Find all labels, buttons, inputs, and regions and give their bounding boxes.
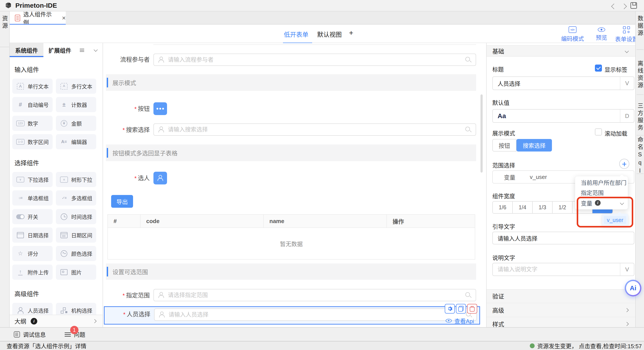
palette-item-color-picker[interactable]: 颜色选择 <box>56 246 96 261</box>
person-select-input[interactable] <box>154 308 477 321</box>
participant-input[interactable] <box>154 54 476 66</box>
document-tab[interactable]: 选人组件示例 <box>10 12 66 25</box>
specified-range-input[interactable] <box>154 289 476 301</box>
code-mode-button[interactable]: 编码模式 <box>556 26 589 42</box>
note-text-field[interactable] <box>493 263 620 276</box>
display-mode-search-option[interactable]: 搜索选择 <box>516 139 552 151</box>
section-advanced[interactable]: 高级 <box>486 303 636 317</box>
palette-item-number[interactable]: 123 数字 <box>12 116 52 131</box>
palette-item-currency[interactable]: ¥ 金额 <box>56 116 96 131</box>
ai-assistant-button[interactable]: Ai <box>625 280 641 296</box>
person-icon <box>158 126 164 133</box>
width-option-1-2[interactable]: 1/2 <box>552 202 572 213</box>
outline-row[interactable]: 大纲 <box>10 315 103 327</box>
popup-option-current-department[interactable]: 当前用户所在部门 <box>575 177 628 187</box>
guide-text-field[interactable] <box>493 232 634 244</box>
palette-item-tree-dropdown[interactable]: ≡ 树形下拉 <box>56 172 96 187</box>
view-api-link[interactable]: 查看Api <box>446 317 474 325</box>
prop-label-display-mode: 展示模式 <box>492 129 515 137</box>
nav-forward-icon[interactable] <box>621 4 627 9</box>
default-dynamic-button[interactable]: D <box>620 110 634 122</box>
status-bar: 查看资源「选人组件示例」详情 资源发生变更， 点击查看,检查时间:15:57 <box>0 341 644 350</box>
primeton-ide-window: Primeton-IDE 资源 选人组件示例 低开表单 默认视图 + 编码模式 … <box>0 0 644 350</box>
bottom-toolbar: 调试信息 问题 <box>0 327 644 341</box>
export-button[interactable]: 导出 <box>111 195 133 208</box>
required-asterisk: * <box>123 311 126 318</box>
guide-text-input[interactable] <box>492 232 634 244</box>
palette-menu-icon[interactable] <box>80 49 84 52</box>
palette-item-person-select[interactable]: 人员选择 <box>12 303 52 315</box>
popup-option-specified-range[interactable]: 指定范围 <box>575 187 628 197</box>
variable-option-v-user[interactable]: v_user <box>604 216 626 224</box>
palette-item-date-picker[interactable]: 日期选择 <box>12 228 52 243</box>
palette-item-editor[interactable]: A≡ 编辑器 <box>56 134 96 149</box>
selected-field-person-select[interactable]: *人员选择 查看Api <box>104 306 480 324</box>
palette-item-time-picker[interactable]: 时间选择 <box>56 209 96 224</box>
width-option-1-4[interactable]: 1/4 <box>513 202 533 213</box>
tab-system-components[interactable]: 系统组件 <box>10 43 44 57</box>
palette-item-radio-group[interactable]: ○≡ 单选框组 <box>12 190 52 206</box>
palette-item-rating[interactable]: ☆ 评分 <box>12 246 52 261</box>
search-select-input-field[interactable] <box>168 124 462 135</box>
status-left-text[interactable]: 查看资源「选人组件示例」详情 <box>6 342 86 350</box>
debug-info-button[interactable]: 调试信息 <box>14 330 46 338</box>
rail-item-named-sql[interactable]: 命名Sql <box>636 133 644 176</box>
rail-item-third-party-services[interactable]: 三方服务 <box>636 99 644 132</box>
scroll-load-checkbox[interactable] <box>595 128 602 135</box>
section-basic[interactable]: 基础 <box>486 45 636 57</box>
palette-item-dropdown-select[interactable]: ∨ 下拉选择 <box>12 172 52 187</box>
palette-item-single-line-text[interactable]: A 单行文本 <box>12 79 52 94</box>
close-icon[interactable] <box>62 15 66 21</box>
add-view-tab-button[interactable]: + <box>349 29 353 37</box>
width-option-1-6[interactable]: 1/6 <box>493 202 513 213</box>
palette-item-multi-line-text[interactable]: A 多行文本 <box>56 79 96 94</box>
person-select-input-field[interactable] <box>168 309 462 320</box>
rail-item-offline-resources[interactable]: 离线资源 <box>636 56 644 89</box>
palette-item-org-select[interactable]: 机构选择 <box>56 303 96 315</box>
field-settings-button[interactable] <box>445 304 455 313</box>
title-value-input[interactable]: V <box>492 76 634 90</box>
search-select-input[interactable] <box>154 123 476 136</box>
nav-back-icon[interactable] <box>611 4 616 9</box>
app-title: Primeton-IDE <box>15 2 57 9</box>
title-variable-button[interactable]: V <box>620 77 634 90</box>
rail-item-datasource[interactable]: 数据源 <box>636 12 644 37</box>
title-value-field[interactable] <box>493 77 620 90</box>
display-mode-button-option[interactable]: 按钮 <box>492 139 516 151</box>
picker-ellipsis-button[interactable] <box>154 102 167 115</box>
specified-range-input-field[interactable] <box>168 289 462 301</box>
canvas-scrollbar[interactable] <box>480 94 483 172</box>
preview-button[interactable]: 预览 <box>590 26 613 41</box>
palette-item-auto-number[interactable]: # 自动编号 <box>12 97 52 112</box>
default-value-input[interactable]: D <box>492 109 634 123</box>
save-icon[interactable] <box>630 2 637 9</box>
section-validation[interactable]: 验证 <box>486 289 636 303</box>
palette-item-date-range[interactable]: 日期区间 <box>56 228 96 243</box>
field-delete-button[interactable] <box>467 304 477 313</box>
note-variable-button[interactable]: V <box>620 263 634 276</box>
person-icon <box>158 57 164 63</box>
palette-item-number-range[interactable]: 1~3 数字区间 <box>12 134 52 149</box>
palette-collapse-icon[interactable] <box>94 48 98 52</box>
default-value-field[interactable] <box>493 110 620 122</box>
date-picker-icon <box>17 232 24 238</box>
popup-option-variable[interactable]: 变量 <box>575 198 628 208</box>
rail-item-resources[interactable]: 资源 <box>0 12 9 47</box>
palette-item-checkbox-group[interactable]: ✓≡ 多选框组 <box>56 190 96 206</box>
view-tab-form[interactable]: 低开表单 <box>284 30 308 39</box>
field-copy-button[interactable] <box>456 304 466 313</box>
show-label-checkbox[interactable] <box>595 65 602 72</box>
status-right[interactable]: 资源发生变更， 点击查看,检查时间:15:57 <box>530 342 642 350</box>
add-range-icon[interactable] <box>619 159 629 169</box>
participant-input-field[interactable] <box>168 54 462 65</box>
palette-item-upload[interactable]: ↑ 附件上传 <box>12 265 52 280</box>
palette-item-image[interactable]: 图片 <box>56 265 96 280</box>
person-picker-button[interactable] <box>154 172 167 185</box>
tab-extension-components[interactable]: 扩展组件 <box>44 43 76 57</box>
palette-item-counter[interactable]: ± 计数器 <box>56 97 96 112</box>
view-tab-default[interactable]: 默认视图 <box>317 30 342 39</box>
field-label-participant: 流程参与者 <box>103 56 150 63</box>
note-text-input[interactable]: V <box>492 263 634 276</box>
width-option-1-3[interactable]: 1/3 <box>533 202 552 213</box>
palette-item-switch[interactable]: 开关 <box>12 209 52 224</box>
